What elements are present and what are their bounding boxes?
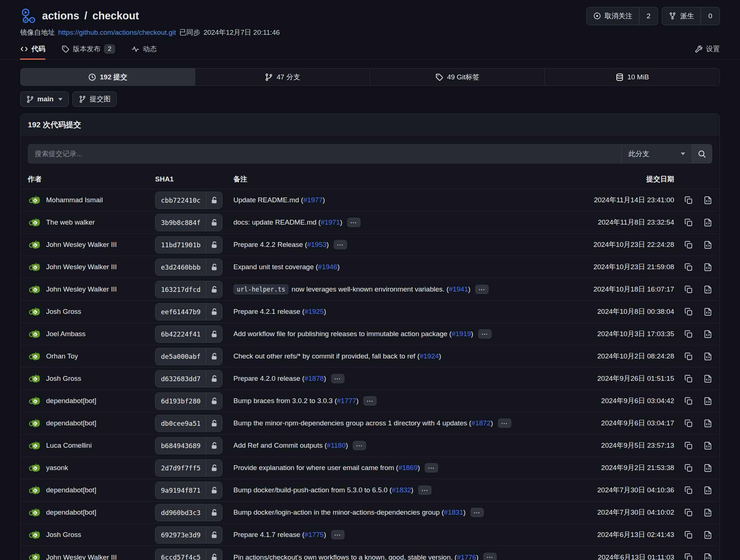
commit-sha-button[interactable]: 6b42224f41 <box>155 326 222 343</box>
copy-sha-button[interactable] <box>684 218 693 227</box>
repo-name-link[interactable]: checkout <box>93 10 139 22</box>
search-button[interactable] <box>692 144 712 164</box>
copy-sha-button[interactable] <box>684 419 693 428</box>
pr-link[interactable]: #1776 <box>457 553 476 560</box>
pr-link[interactable]: #1869 <box>398 464 418 472</box>
fork-count[interactable]: 0 <box>700 7 720 25</box>
copy-sha-button[interactable] <box>684 441 693 450</box>
commit-sha-button[interactable]: 163217dfcd <box>155 281 222 298</box>
pr-link[interactable]: #1831 <box>444 508 463 516</box>
commit-sha-button[interactable]: b684943689 <box>155 437 222 454</box>
copy-sha-button[interactable] <box>684 486 693 495</box>
view-file-button[interactable] <box>704 508 712 517</box>
view-file-button[interactable] <box>704 352 712 361</box>
copy-sha-button[interactable] <box>684 330 693 338</box>
tab-releases[interactable]: 版本发布 2 <box>61 40 115 60</box>
expand-commit-message-button[interactable]: ··· <box>334 240 347 249</box>
view-file-button[interactable] <box>704 263 712 271</box>
copy-sha-button[interactable] <box>684 464 693 472</box>
commit-sha-button[interactable]: cbb722410c <box>155 192 222 209</box>
copy-sha-button[interactable] <box>684 375 693 383</box>
expand-commit-message-button[interactable]: ··· <box>347 218 361 227</box>
pr-link[interactable]: #1941 <box>449 285 468 293</box>
commit-sha-button[interactable]: de5a000abf <box>155 348 222 365</box>
copy-sha-button[interactable] <box>684 285 693 294</box>
view-file-button[interactable] <box>704 285 712 294</box>
commit-sha-button[interactable]: 3b9b8c884f <box>155 214 222 231</box>
copy-sha-button[interactable] <box>684 241 693 249</box>
pr-link[interactable]: #1953 <box>307 241 327 249</box>
branch-scope-dropdown[interactable]: 此分支 <box>621 144 692 164</box>
commit-sha-button[interactable]: eef61447b9 <box>155 303 222 320</box>
commit-sha-button[interactable]: e3d2460bbb <box>155 259 222 276</box>
stat-branches[interactable]: 47 分支 <box>195 68 370 86</box>
copy-sha-button[interactable] <box>684 308 693 316</box>
copy-sha-button[interactable] <box>684 196 693 204</box>
expand-commit-message-button[interactable]: ··· <box>363 396 377 406</box>
watch-count[interactable]: 2 <box>639 7 658 25</box>
commit-sha-button[interactable]: 6ccd57f4c5 <box>155 549 222 560</box>
copy-sha-button[interactable] <box>684 531 693 539</box>
fork-button[interactable]: 派生 0 <box>662 7 720 25</box>
view-file-button[interactable] <box>704 308 712 316</box>
pr-link[interactable]: #1919 <box>452 330 471 338</box>
commit-sha-button[interactable]: db0cee9a51 <box>155 415 222 432</box>
copy-sha-button[interactable] <box>684 397 693 405</box>
expand-commit-message-button[interactable]: ··· <box>353 441 366 450</box>
expand-commit-message-button[interactable]: ··· <box>331 374 345 383</box>
commit-sha-button[interactable]: 692973e3d9 <box>155 526 222 544</box>
copy-sha-button[interactable] <box>684 352 693 361</box>
view-file-button[interactable] <box>704 241 712 249</box>
repo-owner-link[interactable]: actions <box>42 10 79 22</box>
expand-commit-message-button[interactable]: ··· <box>498 418 511 428</box>
expand-commit-message-button[interactable]: ··· <box>470 508 484 517</box>
expand-commit-message-button[interactable]: ··· <box>331 530 345 540</box>
pr-link[interactable]: #1180 <box>327 441 346 450</box>
pr-link[interactable]: #1925 <box>304 308 324 316</box>
expand-commit-message-button[interactable]: ··· <box>425 463 438 473</box>
view-file-button[interactable] <box>704 531 712 539</box>
pr-link[interactable]: #1924 <box>420 352 439 360</box>
expand-commit-message-button[interactable]: ··· <box>418 485 432 495</box>
view-file-button[interactable] <box>704 464 712 472</box>
view-file-button[interactable] <box>704 486 712 495</box>
commit-sha-button[interactable]: 6d193bf280 <box>155 392 222 410</box>
view-file-button[interactable] <box>704 196 712 204</box>
stat-size[interactable]: 10 MiB <box>545 68 720 86</box>
commit-search-input[interactable] <box>28 144 621 164</box>
commit-sha-button[interactable]: 11bd71901b <box>155 236 222 253</box>
view-file-button[interactable] <box>704 375 712 383</box>
copy-sha-button[interactable] <box>684 508 693 517</box>
copy-sha-button[interactable] <box>684 553 693 560</box>
expand-commit-message-button[interactable]: ··· <box>475 285 489 294</box>
commit-sha-button[interactable]: 9a9194f871 <box>155 482 222 499</box>
view-file-button[interactable] <box>704 419 712 428</box>
pr-link[interactable]: #1977 <box>303 196 323 204</box>
copy-sha-button[interactable] <box>684 263 693 271</box>
stat-tags[interactable]: 49 Git标签 <box>370 68 545 86</box>
unwatch-button[interactable]: 取消关注 2 <box>586 7 658 25</box>
commit-sha-button[interactable]: d632683dd7 <box>155 370 222 387</box>
commit-sha-button[interactable]: dd960bd3c3 <box>155 504 222 521</box>
commit-sha-button[interactable]: 2d7d9f7ff5 <box>155 459 222 477</box>
pr-link[interactable]: #1775 <box>304 531 324 539</box>
pr-link[interactable]: #1777 <box>337 397 356 405</box>
expand-commit-message-button[interactable]: ··· <box>478 329 492 339</box>
pr-link[interactable]: #1878 <box>304 375 324 383</box>
mirror-url-link[interactable]: https://github.com/actions/checkout.git <box>58 29 176 37</box>
expand-commit-message-button[interactable]: ··· <box>483 553 497 560</box>
pr-link[interactable]: #1946 <box>318 263 337 271</box>
pr-link[interactable]: #1832 <box>392 486 411 494</box>
view-file-button[interactable] <box>704 397 712 405</box>
tab-activity[interactable]: 动态 <box>131 40 157 60</box>
pr-link[interactable]: #1872 <box>472 419 491 427</box>
commit-graph-button[interactable]: 提交图 <box>72 91 117 107</box>
branch-select-button[interactable]: main <box>20 91 69 107</box>
view-file-button[interactable] <box>704 441 712 450</box>
view-file-button[interactable] <box>704 330 712 338</box>
view-file-button[interactable] <box>704 553 712 560</box>
tab-code[interactable]: 代码 <box>20 40 45 60</box>
stat-commits[interactable]: 192 提交 <box>20 68 195 86</box>
view-file-button[interactable] <box>704 218 712 227</box>
pr-link[interactable]: #1971 <box>321 218 340 226</box>
